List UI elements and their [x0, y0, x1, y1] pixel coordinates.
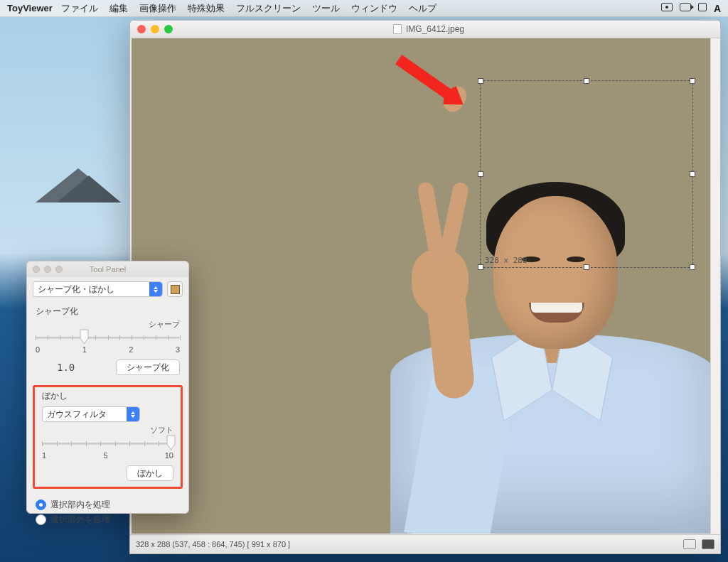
menubar-app-name[interactable]: ToyViewer	[7, 3, 53, 13]
selection-handle-w[interactable]	[478, 171, 483, 177]
menu-edit[interactable]: 編集	[109, 2, 128, 15]
selection-handle-e[interactable]	[690, 171, 695, 177]
radio-outside-label: 選択部外を処理	[50, 514, 110, 526]
blur-section: ぼかし ガウスフィルタ ソフト 1 5	[38, 389, 178, 481]
menubar-status-icons: A	[661, 3, 721, 14]
image-window: IMG_6412.jpeg 328 x 288	[129, 20, 721, 554]
selection-marquee[interactable]: 328 x 288	[480, 80, 693, 268]
selection-handle-n[interactable]	[584, 78, 589, 84]
selection-handle-ne[interactable]	[690, 78, 695, 84]
blur-filter-value: ガウスフィルタ	[47, 409, 107, 421]
sharpen-section: シャープ化 シャープ 0 1 2 3 1.0 シャープ化	[27, 301, 188, 382]
menu-tools[interactable]: ツール	[312, 2, 340, 15]
radio-indicator-on-icon	[36, 499, 46, 510]
radio-indicator-off-icon	[36, 514, 46, 525]
selection-handle-s[interactable]	[584, 264, 589, 270]
image-canvas[interactable]: 328 x 288	[132, 38, 710, 534]
vertical-scrollbar[interactable]	[710, 38, 720, 534]
video-icon[interactable]	[680, 3, 691, 11]
blur-scale-1: 5	[103, 451, 107, 460]
panel-zoom-button[interactable]	[55, 266, 63, 273]
sharpen-slider[interactable]	[36, 331, 180, 344]
sharpen-scale-1: 1	[82, 345, 87, 354]
panel-minimize-button[interactable]	[44, 266, 51, 273]
sharpen-scale-2: 2	[129, 345, 133, 354]
statusbar-icon-fullscreen[interactable]	[702, 539, 714, 549]
statusbar-icon-slideshow[interactable]	[683, 539, 696, 549]
select-arrows-icon	[127, 407, 139, 421]
radio-inside-label: 選択部内を処理	[50, 499, 110, 511]
display-icon[interactable]	[698, 3, 707, 11]
status-text: 328 x 288 (537, 458 : 864, 745) [ 991 x …	[136, 540, 290, 549]
blur-heading: ぼかし	[42, 390, 173, 402]
camera-icon[interactable]	[661, 3, 673, 11]
menu-help[interactable]: ヘルプ	[409, 2, 437, 15]
selection-handle-se[interactable]	[690, 264, 695, 270]
panel-close-button[interactable]	[33, 266, 40, 273]
menu-effects[interactable]: 特殊効果	[188, 2, 225, 15]
sharpen-scale-3: 3	[176, 345, 180, 354]
sharpen-apply-button[interactable]: シャープ化	[116, 360, 180, 375]
menubar: ToyViewer ファイル 編集 画像操作 特殊効果 フルスクリーン ツール …	[0, 0, 728, 17]
sharpen-heading: シャープ化	[36, 306, 180, 318]
image-window-title: IMG_6412.jpeg	[406, 24, 464, 34]
selection-size-label: 328 x 288	[485, 256, 528, 265]
app-indicator-icon[interactable]: A	[714, 3, 721, 14]
tool-panel-titlebar[interactable]: Tool Panel	[27, 261, 188, 277]
image-window-titlebar[interactable]: IMG_6412.jpeg	[130, 21, 720, 38]
window-minimize-button[interactable]	[151, 25, 159, 33]
radio-process-inside[interactable]: 選択部内を処理	[36, 499, 180, 511]
sharpen-value: 1.0	[57, 362, 75, 373]
radio-process-outside[interactable]: 選択部外を処理	[36, 514, 180, 526]
tool-panel: Tool Panel シャープ化・ぼかし シャープ化 シャープ 0 1 2	[26, 261, 189, 514]
blur-apply-button[interactable]: ぼかし	[127, 465, 173, 481]
image-window-statusbar: 328 x 288 (537, 458 : 864, 745) [ 991 x …	[130, 534, 720, 553]
sharpen-scale-0: 0	[36, 345, 40, 354]
window-close-button[interactable]	[137, 25, 146, 33]
blur-slider-thumb[interactable]	[166, 435, 176, 450]
selection-handle-nw[interactable]	[478, 78, 483, 84]
window-traffic-lights	[130, 25, 180, 33]
effect-mode-select[interactable]: シャープ化・ぼかし	[33, 281, 163, 297]
blur-right-label: ソフト	[42, 425, 173, 436]
wallpaper-island	[36, 160, 121, 202]
blur-highlight-box: ぼかし ガウスフィルタ ソフト 1 5	[33, 385, 183, 489]
effect-mode-value: シャープ化・ぼかし	[38, 283, 114, 296]
color-swatch-icon	[171, 285, 180, 294]
menu-file[interactable]: ファイル	[61, 2, 98, 15]
color-picker-button[interactable]	[167, 281, 183, 297]
menu-window[interactable]: ウィンドウ	[351, 2, 397, 15]
blur-scale-0: 1	[42, 451, 46, 460]
blur-slider[interactable]	[42, 437, 173, 450]
document-proxy-icon[interactable]	[393, 24, 402, 34]
blur-scale-2: 10	[165, 451, 173, 460]
selection-scope-radios: 選択部内を処理 選択部外を処理	[27, 495, 188, 534]
sharpen-slider-thumb[interactable]	[80, 329, 89, 345]
window-zoom-button[interactable]	[164, 25, 173, 33]
sharpen-right-label: シャープ	[36, 319, 180, 330]
selection-handle-sw[interactable]	[478, 264, 483, 270]
blur-filter-select[interactable]: ガウスフィルタ	[42, 406, 140, 422]
menu-image-ops[interactable]: 画像操作	[139, 2, 176, 15]
select-arrows-icon	[149, 282, 162, 296]
menu-fullscreen[interactable]: フルスクリーン	[236, 2, 301, 15]
